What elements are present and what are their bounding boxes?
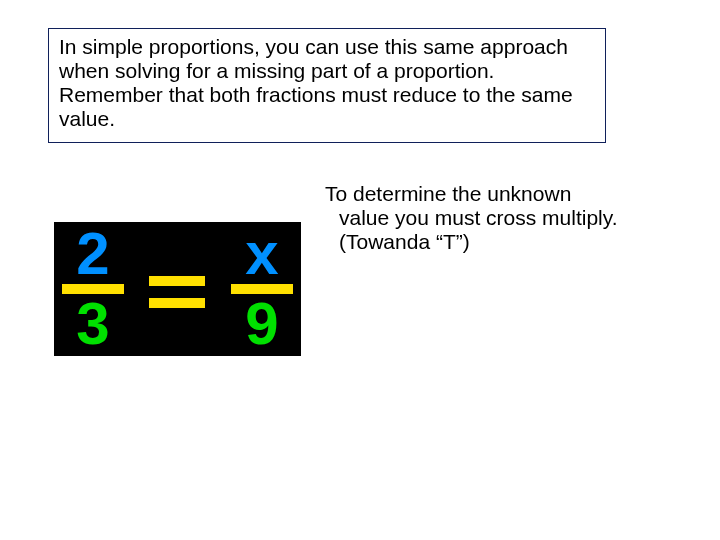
right-numerator: x <box>231 222 293 286</box>
equals-bar-top <box>149 276 205 286</box>
intro-text: In simple proportions, you can use this … <box>59 35 573 130</box>
body-line-2: value you must cross multiply. <box>325 206 645 230</box>
fraction-right: x 9 <box>231 222 293 356</box>
intro-box: In simple proportions, you can use this … <box>48 28 606 143</box>
body-line-1: To determine the unknown <box>325 182 571 205</box>
body-line-3: (Towanda “T”) <box>325 230 645 254</box>
left-denominator: 3 <box>62 292 124 356</box>
equals-bar-bottom <box>149 298 205 308</box>
slide: In simple proportions, you can use this … <box>0 0 720 540</box>
fraction-left: 2 3 <box>62 222 124 356</box>
body-text: To determine the unknown value you must … <box>325 182 645 254</box>
equation-graphic: 2 3 x 9 <box>54 222 301 356</box>
left-numerator: 2 <box>62 222 124 286</box>
equals-sign <box>149 276 205 308</box>
right-denominator: 9 <box>231 292 293 356</box>
